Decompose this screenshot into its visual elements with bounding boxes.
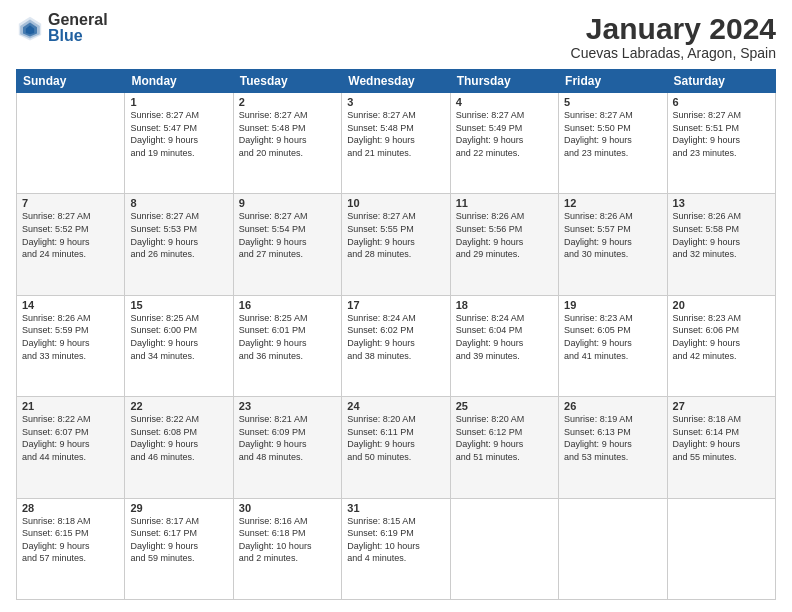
calendar-cell: 30Sunrise: 8:16 AM Sunset: 6:18 PM Dayli… — [233, 498, 341, 599]
day-number: 29 — [130, 502, 227, 514]
calendar-cell: 28Sunrise: 8:18 AM Sunset: 6:15 PM Dayli… — [17, 498, 125, 599]
calendar-cell: 1Sunrise: 8:27 AM Sunset: 5:47 PM Daylig… — [125, 93, 233, 194]
day-content: Sunrise: 8:23 AM Sunset: 6:05 PM Dayligh… — [564, 312, 661, 362]
calendar-cell: 5Sunrise: 8:27 AM Sunset: 5:50 PM Daylig… — [559, 93, 667, 194]
calendar-cell: 8Sunrise: 8:27 AM Sunset: 5:53 PM Daylig… — [125, 194, 233, 295]
calendar-cell: 27Sunrise: 8:18 AM Sunset: 6:14 PM Dayli… — [667, 397, 775, 498]
day-content: Sunrise: 8:26 AM Sunset: 5:57 PM Dayligh… — [564, 210, 661, 260]
header-row: Sunday Monday Tuesday Wednesday Thursday… — [17, 70, 776, 93]
calendar-cell: 14Sunrise: 8:26 AM Sunset: 5:59 PM Dayli… — [17, 295, 125, 396]
day-content: Sunrise: 8:24 AM Sunset: 6:04 PM Dayligh… — [456, 312, 553, 362]
calendar-week-1: 1Sunrise: 8:27 AM Sunset: 5:47 PM Daylig… — [17, 93, 776, 194]
day-number: 21 — [22, 400, 119, 412]
col-tuesday: Tuesday — [233, 70, 341, 93]
day-content: Sunrise: 8:16 AM Sunset: 6:18 PM Dayligh… — [239, 515, 336, 565]
day-content: Sunrise: 8:24 AM Sunset: 6:02 PM Dayligh… — [347, 312, 444, 362]
day-content: Sunrise: 8:27 AM Sunset: 5:54 PM Dayligh… — [239, 210, 336, 260]
day-number: 30 — [239, 502, 336, 514]
day-content: Sunrise: 8:27 AM Sunset: 5:47 PM Dayligh… — [130, 109, 227, 159]
day-content: Sunrise: 8:23 AM Sunset: 6:06 PM Dayligh… — [673, 312, 770, 362]
calendar-cell: 13Sunrise: 8:26 AM Sunset: 5:58 PM Dayli… — [667, 194, 775, 295]
day-number: 26 — [564, 400, 661, 412]
calendar-week-2: 7Sunrise: 8:27 AM Sunset: 5:52 PM Daylig… — [17, 194, 776, 295]
day-number: 28 — [22, 502, 119, 514]
day-number: 13 — [673, 197, 770, 209]
calendar-cell: 20Sunrise: 8:23 AM Sunset: 6:06 PM Dayli… — [667, 295, 775, 396]
calendar-title: January 2024 — [571, 12, 776, 45]
logo-text: General Blue — [48, 12, 108, 44]
day-number: 3 — [347, 96, 444, 108]
calendar-cell: 11Sunrise: 8:26 AM Sunset: 5:56 PM Dayli… — [450, 194, 558, 295]
calendar-cell: 3Sunrise: 8:27 AM Sunset: 5:48 PM Daylig… — [342, 93, 450, 194]
calendar-cell: 31Sunrise: 8:15 AM Sunset: 6:19 PM Dayli… — [342, 498, 450, 599]
day-content: Sunrise: 8:18 AM Sunset: 6:15 PM Dayligh… — [22, 515, 119, 565]
col-saturday: Saturday — [667, 70, 775, 93]
day-content: Sunrise: 8:27 AM Sunset: 5:48 PM Dayligh… — [239, 109, 336, 159]
day-content: Sunrise: 8:20 AM Sunset: 6:12 PM Dayligh… — [456, 413, 553, 463]
calendar-cell: 10Sunrise: 8:27 AM Sunset: 5:55 PM Dayli… — [342, 194, 450, 295]
calendar-cell — [450, 498, 558, 599]
day-number: 10 — [347, 197, 444, 209]
day-content: Sunrise: 8:26 AM Sunset: 5:56 PM Dayligh… — [456, 210, 553, 260]
day-number: 15 — [130, 299, 227, 311]
day-content: Sunrise: 8:27 AM Sunset: 5:53 PM Dayligh… — [130, 210, 227, 260]
day-content: Sunrise: 8:18 AM Sunset: 6:14 PM Dayligh… — [673, 413, 770, 463]
day-number: 14 — [22, 299, 119, 311]
logo-general-label: General — [48, 12, 108, 28]
col-sunday: Sunday — [17, 70, 125, 93]
calendar-cell: 12Sunrise: 8:26 AM Sunset: 5:57 PM Dayli… — [559, 194, 667, 295]
title-block: January 2024 Cuevas Labradas, Aragon, Sp… — [571, 12, 776, 61]
calendar-week-3: 14Sunrise: 8:26 AM Sunset: 5:59 PM Dayli… — [17, 295, 776, 396]
page: General Blue January 2024 Cuevas Labrada… — [0, 0, 792, 612]
col-wednesday: Wednesday — [342, 70, 450, 93]
day-content: Sunrise: 8:19 AM Sunset: 6:13 PM Dayligh… — [564, 413, 661, 463]
logo-blue-label: Blue — [48, 28, 108, 44]
day-content: Sunrise: 8:25 AM Sunset: 6:00 PM Dayligh… — [130, 312, 227, 362]
calendar-cell — [559, 498, 667, 599]
calendar-cell: 2Sunrise: 8:27 AM Sunset: 5:48 PM Daylig… — [233, 93, 341, 194]
day-number: 22 — [130, 400, 227, 412]
day-number: 2 — [239, 96, 336, 108]
calendar-cell: 24Sunrise: 8:20 AM Sunset: 6:11 PM Dayli… — [342, 397, 450, 498]
calendar-cell: 18Sunrise: 8:24 AM Sunset: 6:04 PM Dayli… — [450, 295, 558, 396]
day-content: Sunrise: 8:27 AM Sunset: 5:52 PM Dayligh… — [22, 210, 119, 260]
day-content: Sunrise: 8:21 AM Sunset: 6:09 PM Dayligh… — [239, 413, 336, 463]
calendar-cell: 21Sunrise: 8:22 AM Sunset: 6:07 PM Dayli… — [17, 397, 125, 498]
day-content: Sunrise: 8:25 AM Sunset: 6:01 PM Dayligh… — [239, 312, 336, 362]
day-content: Sunrise: 8:27 AM Sunset: 5:48 PM Dayligh… — [347, 109, 444, 159]
calendar-cell: 17Sunrise: 8:24 AM Sunset: 6:02 PM Dayli… — [342, 295, 450, 396]
day-number: 18 — [456, 299, 553, 311]
day-number: 20 — [673, 299, 770, 311]
day-number: 7 — [22, 197, 119, 209]
day-content: Sunrise: 8:27 AM Sunset: 5:55 PM Dayligh… — [347, 210, 444, 260]
day-number: 4 — [456, 96, 553, 108]
day-number: 24 — [347, 400, 444, 412]
col-thursday: Thursday — [450, 70, 558, 93]
calendar-cell: 23Sunrise: 8:21 AM Sunset: 6:09 PM Dayli… — [233, 397, 341, 498]
calendar-table: Sunday Monday Tuesday Wednesday Thursday… — [16, 69, 776, 600]
logo-icon — [16, 14, 44, 42]
logo: General Blue — [16, 12, 108, 44]
calendar-cell: 16Sunrise: 8:25 AM Sunset: 6:01 PM Dayli… — [233, 295, 341, 396]
day-number: 6 — [673, 96, 770, 108]
calendar-cell: 9Sunrise: 8:27 AM Sunset: 5:54 PM Daylig… — [233, 194, 341, 295]
day-number: 17 — [347, 299, 444, 311]
day-number: 19 — [564, 299, 661, 311]
calendar-cell: 22Sunrise: 8:22 AM Sunset: 6:08 PM Dayli… — [125, 397, 233, 498]
day-number: 11 — [456, 197, 553, 209]
header: General Blue January 2024 Cuevas Labrada… — [16, 12, 776, 61]
day-number: 12 — [564, 197, 661, 209]
calendar-cell: 29Sunrise: 8:17 AM Sunset: 6:17 PM Dayli… — [125, 498, 233, 599]
calendar-cell — [667, 498, 775, 599]
day-content: Sunrise: 8:20 AM Sunset: 6:11 PM Dayligh… — [347, 413, 444, 463]
calendar-cell: 19Sunrise: 8:23 AM Sunset: 6:05 PM Dayli… — [559, 295, 667, 396]
day-content: Sunrise: 8:26 AM Sunset: 5:58 PM Dayligh… — [673, 210, 770, 260]
day-number: 27 — [673, 400, 770, 412]
day-content: Sunrise: 8:27 AM Sunset: 5:50 PM Dayligh… — [564, 109, 661, 159]
day-content: Sunrise: 8:22 AM Sunset: 6:08 PM Dayligh… — [130, 413, 227, 463]
calendar-subtitle: Cuevas Labradas, Aragon, Spain — [571, 45, 776, 61]
col-monday: Monday — [125, 70, 233, 93]
day-number: 9 — [239, 197, 336, 209]
calendar-week-5: 28Sunrise: 8:18 AM Sunset: 6:15 PM Dayli… — [17, 498, 776, 599]
calendar-cell: 15Sunrise: 8:25 AM Sunset: 6:00 PM Dayli… — [125, 295, 233, 396]
